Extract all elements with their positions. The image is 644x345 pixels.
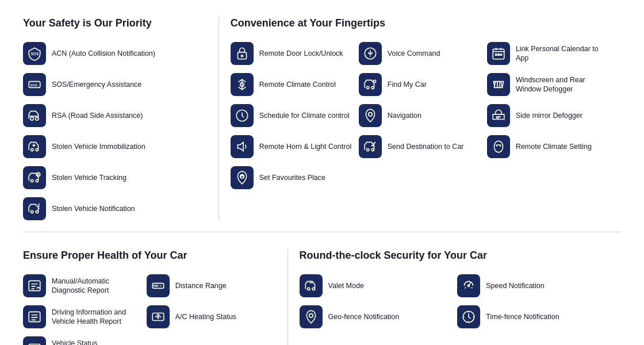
sos-icon: SOS — [23, 73, 46, 96]
svg-point-22 — [366, 148, 369, 151]
svg-point-3 — [30, 117, 33, 120]
diagnostic-label: Manual/Automatic Diagnostic Report — [52, 277, 141, 296]
ac-icon — [147, 305, 170, 328]
list-item: A/C Heating Status — [147, 305, 264, 328]
svg-point-17 — [366, 86, 369, 89]
door-lock-label: Remote Door Lock/Unlock — [259, 49, 343, 58]
svg-point-10 — [31, 210, 33, 213]
list-item: Send Destination to Car — [359, 135, 481, 158]
vehicle-notification-icon — [23, 197, 46, 220]
vehicle-status-label: Vehicle Status Check/Notification — [52, 339, 141, 345]
schedule-icon — [231, 104, 254, 127]
geofence-icon — [300, 305, 323, 328]
list-item: Remote Climate Setting — [487, 135, 610, 158]
list-item: Schedule for Climate control — [231, 104, 353, 127]
windscreen-label: Windscreen and Rear Window Defogger — [516, 75, 610, 94]
vehicle-status-icon — [23, 336, 46, 345]
sos-label: SOS/Emergency Assistance — [52, 80, 141, 89]
horn-label: Remote Horn & Light Control — [259, 142, 352, 151]
svg-point-19 — [373, 80, 375, 82]
climate-setting-icon — [487, 135, 510, 158]
convenience-items: Remote Door Lock/Unlock Voice Command Li… — [231, 42, 610, 189]
rsa-icon — [23, 104, 46, 127]
list-item: Windscreen and Rear Window Defogger — [487, 73, 610, 96]
health-items: Manual/Automatic Diagnostic Report KM Di… — [23, 274, 264, 345]
list-item: Link Personal Calendar to App — [487, 42, 610, 65]
list-item: Valet Mode — [300, 274, 452, 297]
list-item: Find My Car — [359, 73, 481, 96]
list-item: SOS ACN (Auto Collision Notification) — [23, 42, 195, 65]
health-title: Ensure Proper Health of Your Car — [23, 250, 264, 262]
svg-text:KM: KM — [153, 285, 158, 288]
immobilization-icon — [23, 135, 46, 158]
bottom-sections: Ensure Proper Health of Your Car Manual/… — [23, 244, 621, 345]
voice-label: Voice Command — [388, 49, 440, 58]
main-content: Your Safety is Our Priority SOS ACN (Aut… — [23, 17, 621, 345]
list-item: Navigation — [359, 104, 481, 127]
security-items: Valet Mode Speed Notification Geo-fence … — [300, 274, 610, 328]
navigation-icon — [359, 104, 382, 127]
acn-label: ACN (Auto Collision Notification) — [52, 49, 155, 58]
list-item: Set Favourites Place — [231, 166, 353, 189]
top-sections: Your Safety is Our Priority SOS ACN (Aut… — [23, 17, 621, 232]
timefence-icon — [457, 305, 480, 328]
safety-section: Your Safety is Our Priority SOS ACN (Aut… — [23, 17, 207, 220]
list-item: Vehicle Status Check/Notification — [23, 336, 141, 345]
health-section: Ensure Proper Health of Your Car Manual/… — [23, 250, 276, 345]
list-item: Stolen Vehicle Immobilization — [23, 135, 195, 158]
safety-items: SOS ACN (Auto Collision Notification) SO… — [23, 42, 195, 220]
security-section: Round-the-clock Security for Your Car Va… — [300, 250, 621, 345]
list-item: Remote Climate Control — [231, 73, 353, 96]
driving-icon — [23, 305, 46, 328]
list-item: Manual/Automatic Diagnostic Report — [23, 274, 141, 297]
mirror-label: Side mirror Defogger — [516, 111, 582, 120]
horn-icon — [231, 135, 254, 158]
list-item: Driving Information and Vehicle Health R… — [23, 305, 141, 328]
convenience-section: Convenience at Your Fingertips Remote Do… — [231, 17, 621, 220]
svg-point-21 — [369, 113, 373, 117]
find-car-icon — [359, 73, 382, 96]
svg-rect-12 — [237, 52, 246, 59]
climate-icon — [231, 73, 254, 96]
tracking-label: Stolen Vehicle Tracking — [52, 173, 126, 182]
driving-label: Driving Information and Vehicle Health R… — [52, 308, 141, 327]
destination-label: Send Destination to Car — [388, 142, 464, 151]
find-car-label: Find My Car — [388, 80, 427, 89]
valet-label: Valet Mode — [328, 281, 364, 290]
list-item: RSA (Road Side Assistance) — [23, 104, 195, 127]
list-item: Stolen Vehicle Notification — [23, 197, 195, 220]
destination-icon — [359, 135, 382, 158]
list-item: Geo-fence Notification — [300, 305, 452, 328]
navigation-label: Navigation — [388, 111, 421, 120]
schedule-label: Schedule for Climate control — [259, 111, 350, 120]
valet-icon — [300, 274, 323, 297]
favourites-icon — [231, 166, 254, 189]
timefence-label: Time-fence Notification — [486, 312, 559, 321]
tracking-icon — [23, 166, 46, 189]
door-lock-icon — [231, 42, 254, 65]
list-item: Remote Door Lock/Unlock — [231, 42, 353, 65]
calendar-label: Link Personal Calendar to App — [516, 44, 610, 63]
svg-point-35 — [309, 314, 313, 318]
speed-label: Speed Notification — [486, 281, 544, 290]
list-item: Stolen Vehicle Tracking — [23, 166, 195, 189]
climate-label: Remote Climate Control — [259, 80, 336, 89]
list-item: SOS SOS/Emergency Assistance — [23, 73, 195, 96]
security-title: Round-the-clock Security for Your Car — [300, 250, 610, 262]
list-item: Time-fence Notification — [457, 305, 610, 328]
immobilization-label: Stolen Vehicle Immobilization — [52, 142, 145, 151]
list-item: Speed Notification — [457, 274, 610, 297]
svg-point-13 — [241, 55, 243, 57]
rsa-label: RSA (Road Side Assistance) — [52, 111, 143, 120]
ac-label: A/C Heating Status — [175, 312, 236, 321]
list-item: Remote Horn & Light Control — [231, 135, 353, 158]
divider-2 — [288, 250, 288, 345]
geofence-label: Geo-fence Notification — [328, 312, 400, 321]
safety-title: Your Safety is Our Priority — [23, 17, 195, 29]
voice-icon — [359, 42, 382, 65]
speed-icon — [457, 274, 480, 297]
svg-point-32 — [307, 288, 309, 290]
calendar-icon — [487, 42, 510, 65]
favourites-label: Set Favourites Place — [259, 173, 325, 182]
svg-text:SOS: SOS — [30, 83, 37, 87]
